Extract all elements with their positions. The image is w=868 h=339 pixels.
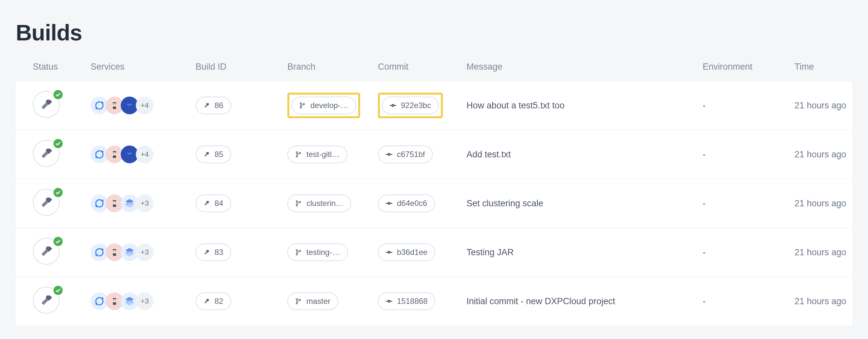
status-success-icon [53,236,64,247]
branch-name: testing-… [306,248,340,257]
branch-pill[interactable]: test-gitl… [287,145,347,163]
build-id-pill[interactable]: 86 [195,96,231,114]
commit-icon [386,249,392,256]
environment-value: - [703,198,795,208]
hammer-icon [204,200,210,207]
environment-value: - [703,247,795,257]
build-id-pill[interactable]: 85 [195,145,231,163]
branch-pill[interactable]: testing-… [287,244,348,261]
table-row[interactable]: +4 85 test-gitl… c6751bf Add test.txt-21… [16,130,852,179]
build-id-value: 82 [215,296,223,306]
build-id-value: 85 [215,150,223,159]
environment-value: - [703,296,795,307]
branch-name: test-gitl… [306,150,340,159]
commit-hash: 922e3bc [401,101,431,110]
commit-message: Initial commit - new DXPCloud project [466,296,703,307]
table-row[interactable]: +3 82 master 1518868 Initial commit - ne… [16,277,852,326]
services-more-count[interactable]: +3 [136,195,154,212]
services-more-count[interactable]: +3 [136,244,154,261]
build-id-value: 83 [215,248,223,257]
branch-icon [299,102,306,109]
commit-highlight: 922e3bc [378,93,443,118]
services-stack[interactable]: +3 [91,195,195,212]
commit-icon [386,151,392,158]
status-cell [33,287,62,316]
status-success-icon [53,89,64,100]
branch-icon [295,298,302,305]
hammer-icon [204,249,210,256]
commit-message: Set clustering scale [466,198,703,208]
table-header-row: Status Services Build ID Branch Commit M… [16,62,852,81]
hammer-icon [204,102,210,109]
col-commit: Commit [378,62,466,72]
page-title: Builds [16,20,852,45]
commit-hash: d64e0c6 [397,199,427,208]
branch-name: master [306,296,330,306]
table-row[interactable]: +4 86 develop-… 922e3bc How about a test… [16,81,852,130]
time-value: 21 hours ago [795,198,868,208]
build-id-pill[interactable]: 83 [195,244,231,261]
status-cell [33,140,62,169]
commit-pill[interactable]: c6751bf [378,145,433,163]
status-success-icon [53,138,64,149]
environment-value: - [703,149,795,160]
hammer-icon [204,298,210,305]
build-id-value: 84 [215,199,223,208]
branch-highlight: develop-… [287,93,360,118]
table-row[interactable]: +3 84 clusterin… d64e0c6 Set clustering … [16,179,852,228]
status-success-icon [53,285,64,296]
commit-icon [386,298,392,305]
time-value: 21 hours ago [795,101,868,111]
col-status: Status [33,62,91,72]
commit-icon [390,102,396,109]
commit-pill[interactable]: 922e3bc [382,96,439,114]
services-more-count[interactable]: +4 [136,96,154,114]
services-stack[interactable]: +3 [91,244,195,261]
branch-pill[interactable]: clusterin… [287,195,351,212]
branch-pill[interactable]: master [287,292,338,310]
build-id-value: 86 [215,101,223,110]
branch-name: clusterin… [306,199,343,208]
commit-hash: 1518868 [397,296,428,306]
services-stack[interactable]: +3 [91,292,195,310]
col-time: Time [795,62,868,72]
commit-icon [386,200,392,207]
environment-value: - [703,101,795,111]
build-id-pill[interactable]: 82 [195,292,231,310]
commit-pill[interactable]: 1518868 [378,292,435,310]
commit-hash: c6751bf [397,150,425,159]
col-services: Services [91,62,195,72]
col-build-id: Build ID [195,62,287,72]
col-branch: Branch [287,62,378,72]
hammer-icon [204,151,210,158]
commit-message: How about a test5.txt too [466,101,703,111]
branch-icon [295,151,302,158]
branch-icon [295,200,302,207]
commit-message: Testing JAR [466,247,703,257]
table-row[interactable]: +3 83 testing-… b36d1ee Testing JAR-21 h… [16,228,852,277]
status-cell [33,238,62,267]
branch-icon [295,249,302,256]
status-success-icon [53,187,64,198]
col-message: Message [466,62,703,72]
branch-pill[interactable]: develop-… [291,96,356,114]
build-id-pill[interactable]: 84 [195,195,231,212]
status-cell [33,91,62,120]
time-value: 21 hours ago [795,296,868,307]
services-more-count[interactable]: +3 [136,292,154,310]
commit-hash: b36d1ee [397,248,428,257]
services-stack[interactable]: +4 [91,96,195,114]
commit-pill[interactable]: d64e0c6 [378,195,435,212]
time-value: 21 hours ago [795,247,868,257]
services-stack[interactable]: +4 [91,145,195,163]
time-value: 21 hours ago [795,149,868,160]
commit-pill[interactable]: b36d1ee [378,244,435,261]
status-cell [33,189,62,218]
services-more-count[interactable]: +4 [136,145,154,163]
builds-table: +4 86 develop-… 922e3bc How about a test… [16,81,852,326]
col-environment: Environment [703,62,795,72]
commit-message: Add test.txt [466,149,703,160]
branch-name: develop-… [310,101,348,110]
